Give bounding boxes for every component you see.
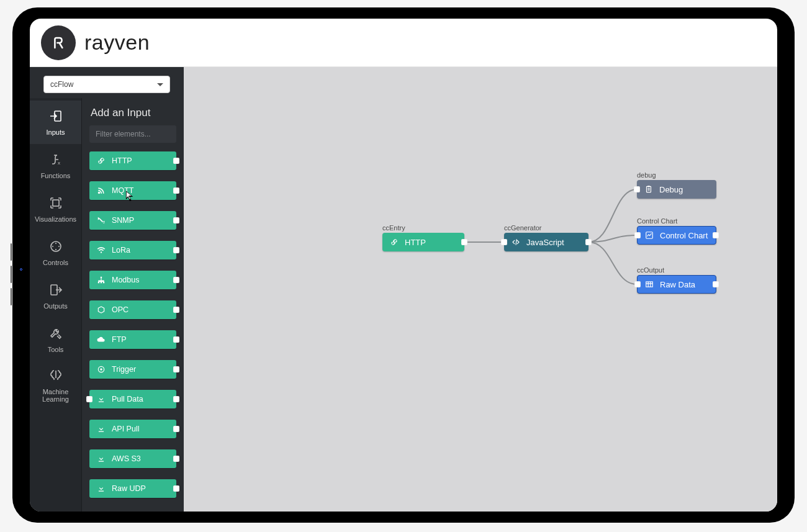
element-item-label: AWS S3 [112,454,141,463]
tools-icon [48,326,63,342]
element-item-mqtt[interactable]: MQTT [89,181,176,200]
link-icon [390,238,399,246]
port-out[interactable] [173,217,179,223]
download-icon [97,484,106,493]
svg-text:x: x [58,160,60,166]
port-in[interactable] [634,186,640,192]
nav-item-controls[interactable]: Controls [30,231,81,274]
node-label: Control Chart [660,231,708,240]
port-out[interactable] [173,396,179,402]
download-icon [97,425,106,433]
nav-label: Functions [41,172,71,179]
svg-point-5 [98,192,101,194]
port-out[interactable] [173,366,179,372]
element-item-api-pull[interactable]: API Pull [89,420,176,438]
node-label: HTTP [405,238,426,247]
element-item-ftp[interactable]: FTP [89,330,176,349]
port-in[interactable] [634,281,641,287]
port-out[interactable] [173,456,179,462]
node-label: Raw Data [660,280,695,289]
flow-node-ccgenerator[interactable]: JavaScript [504,233,588,251]
flow-node-controlchart[interactable]: Control Chart [637,226,716,245]
element-item-label: API Pull [112,425,139,433]
element-item-opc[interactable]: OPC [89,300,176,319]
table-icon [645,280,654,289]
port-out[interactable] [173,158,179,164]
port-out[interactable] [713,232,719,238]
nav-item-visualizations[interactable]: Visualizations [30,187,81,231]
element-item-raw-udp[interactable]: Raw UDP [89,479,176,498]
chart-icon [645,231,654,240]
sitemap-icon [97,276,106,284]
flow-select-value: ccFlow [50,80,73,89]
outputs-icon [48,282,63,299]
flow-node-ccoutput[interactable]: Raw Data [637,275,716,294]
element-item-label: LoRa [112,246,130,255]
element-item-trigger[interactable]: Trigger [89,360,176,379]
tablet-screen: rayven ccFlow I [30,19,777,512]
visualizations-icon [48,196,63,212]
nav-label: Machine Learning [42,388,69,403]
element-item-label: MQTT [112,186,133,195]
tablet-frame: rayven ccFlow I [12,7,795,523]
node-title: ccGenerator [504,224,542,232]
node-label: JavaScript [526,238,564,247]
node-label: Debug [659,185,683,194]
svg-rect-9 [647,186,650,187]
app-header: rayven [30,19,777,67]
element-item-label: OPC [112,305,128,314]
nav-item-inputs[interactable]: Inputs [30,101,81,144]
flow-canvas[interactable]: ccEntryHTTPccGeneratorJavaScriptdebugDeb… [184,67,777,512]
element-list: HTTPMQTTSNMPLoRaModbusOPCFTPTriggerPull … [89,151,176,498]
element-panel: Add an Input HTTPMQTTSNMPLoRaModbusOPCFT… [82,98,184,512]
flow-node-ccentry[interactable]: HTTP [382,233,464,251]
port-in[interactable] [501,239,507,245]
port-out[interactable] [461,239,467,245]
port-out[interactable] [173,485,179,492]
brand-name: rayven [84,30,150,55]
port-out[interactable] [713,281,719,287]
element-item-lora[interactable]: LoRa [89,241,176,259]
port-out[interactable] [173,336,179,343]
snmp-icon [97,216,106,225]
mqtt-icon [97,186,106,195]
element-item-snmp[interactable]: SNMP [89,211,176,230]
port-out[interactable] [173,426,179,432]
tablet-side-buttons [11,243,12,310]
download-icon [97,454,106,463]
node-title: debug [637,171,656,179]
node-title: ccEntry [382,224,405,232]
port-in[interactable] [634,232,641,238]
workspace: ccFlow Inputs x [30,67,777,512]
port-out[interactable] [585,239,592,245]
chevron-down-icon [157,83,163,86]
cube-icon [97,305,106,314]
brand-logo: rayven [41,25,150,60]
sidebar: ccFlow Inputs x [30,67,184,512]
svg-rect-8 [647,186,651,192]
clipboard-icon [644,185,653,194]
category-nav: Inputs x Functions Visualiz [30,98,82,512]
port-out[interactable] [173,277,179,283]
tablet-home-indicator [20,268,22,271]
nav-label: Tools [48,346,64,353]
nav-item-functions[interactable]: x Functions [30,144,81,187]
port-in[interactable] [86,396,92,402]
element-item-http[interactable]: HTTP [89,151,176,170]
element-item-label: FTP [112,335,127,344]
element-item-pull-data[interactable]: Pull Data [89,390,176,408]
element-item-aws-s3[interactable]: AWS S3 [89,449,176,468]
element-item-label: Modbus [112,276,139,284]
flow-select[interactable]: ccFlow [43,76,170,93]
nav-item-machine-learning[interactable]: Machine Learning [30,361,81,410]
nav-item-outputs[interactable]: Outputs [30,274,81,318]
nav-item-tools[interactable]: Tools [30,318,81,361]
filter-input[interactable] [89,125,176,143]
port-out[interactable] [173,307,179,313]
port-out[interactable] [173,247,179,253]
nav-label: Outputs [43,302,68,310]
port-out[interactable] [173,187,179,194]
element-item-modbus[interactable]: Modbus [89,271,176,289]
nav-label: Visualizations [35,215,76,223]
flow-node-debug[interactable]: Debug [637,180,716,199]
